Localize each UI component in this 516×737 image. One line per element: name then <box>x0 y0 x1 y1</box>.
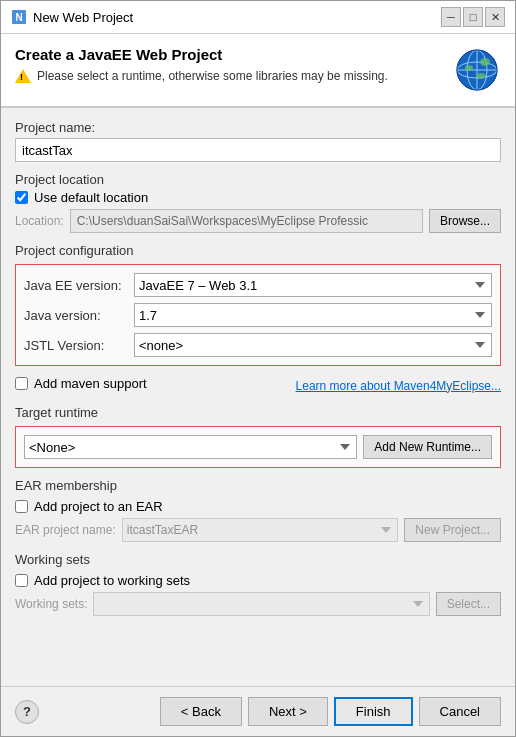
footer-buttons: < Back Next > Finish Cancel <box>160 697 501 726</box>
java-version-label: Java version: <box>24 308 134 323</box>
project-config-box: Java EE version: JavaEE 7 – Web 3.1 Java… <box>15 264 501 366</box>
svg-point-9 <box>465 65 473 71</box>
footer: ? < Back Next > Finish Cancel <box>1 686 515 736</box>
maximize-button[interactable]: □ <box>463 7 483 27</box>
runtime-select[interactable]: <None> <box>24 435 357 459</box>
project-name-group: Project name: <box>15 120 501 162</box>
help-button[interactable]: ? <box>15 700 39 724</box>
svg-text:N: N <box>15 12 22 23</box>
maven-support-label: Add maven support <box>34 376 147 391</box>
working-sets-select <box>93 592 429 616</box>
javaee-select[interactable]: JavaEE 7 – Web 3.1 <box>134 273 492 297</box>
ear-name-select: itcastTaxEAR <box>122 518 399 542</box>
working-sets-checkbox-row: Add project to working sets <box>15 573 501 588</box>
svg-point-8 <box>480 58 490 66</box>
location-input <box>70 209 423 233</box>
maven-row: Add maven support Learn more about Maven… <box>15 376 501 395</box>
project-location-label: Project location <box>15 172 501 187</box>
working-sets-inner: Working sets: Select... <box>15 592 501 616</box>
content: Project name: Project location Use defau… <box>1 108 515 686</box>
target-runtime-label: Target runtime <box>15 405 501 420</box>
ear-section: EAR membership Add project to an EAR EAR… <box>15 478 501 542</box>
add-to-ear-label: Add project to an EAR <box>34 499 163 514</box>
close-button[interactable]: ✕ <box>485 7 505 27</box>
working-sets-label: Working sets <box>15 552 501 567</box>
maven-link[interactable]: Learn more about Maven4MyEclipse... <box>296 379 501 393</box>
warning-icon <box>15 69 31 83</box>
header-title: Create a JavaEE Web Project <box>15 46 388 63</box>
cancel-button[interactable]: Cancel <box>419 697 501 726</box>
location-row: Location: Browse... <box>15 209 501 233</box>
header-left: Create a JavaEE Web Project Please selec… <box>15 46 388 83</box>
ear-checkbox-row: Add project to an EAR <box>15 499 501 514</box>
browse-button[interactable]: Browse... <box>429 209 501 233</box>
project-config-label: Project configuration <box>15 243 501 258</box>
javaee-label: Java EE version: <box>24 278 134 293</box>
add-to-ear-checkbox[interactable] <box>15 500 28 513</box>
javaee-row: Java EE version: JavaEE 7 – Web 3.1 <box>24 273 492 297</box>
finish-button[interactable]: Finish <box>334 697 413 726</box>
warning-text: Please select a runtime, otherwise some … <box>37 69 388 83</box>
location-label: Location: <box>15 214 64 228</box>
maven-support-checkbox[interactable] <box>15 377 28 390</box>
runtime-inner: <None> Add New Runtime... <box>24 435 492 459</box>
project-location-group: Project location Use default location Lo… <box>15 172 501 233</box>
dialog: N New Web Project ─ □ ✕ Create a JavaEE … <box>0 0 516 737</box>
runtime-box: <None> Add New Runtime... <box>15 426 501 468</box>
maven-checkbox-row: Add maven support <box>15 376 147 391</box>
title-bar-left: N New Web Project <box>11 9 133 25</box>
add-to-working-sets-checkbox[interactable] <box>15 574 28 587</box>
dialog-icon: N <box>11 9 27 25</box>
use-default-location-label: Use default location <box>34 190 148 205</box>
jstl-select[interactable]: <none> <box>134 333 492 357</box>
next-button[interactable]: Next > <box>248 697 328 726</box>
select-working-sets-button: Select... <box>436 592 501 616</box>
project-name-input[interactable] <box>15 138 501 162</box>
title-bar: N New Web Project ─ □ ✕ <box>1 1 515 34</box>
header-warning: Please select a runtime, otherwise some … <box>15 69 388 83</box>
svg-point-10 <box>476 73 486 79</box>
title-text: New Web Project <box>33 10 133 25</box>
jstl-label: JSTL Version: <box>24 338 134 353</box>
back-button[interactable]: < Back <box>160 697 242 726</box>
minimize-button[interactable]: ─ <box>441 7 461 27</box>
working-sets-field-label: Working sets: <box>15 597 87 611</box>
working-sets-section: Working sets Add project to working sets… <box>15 552 501 616</box>
jstl-row: JSTL Version: <none> <box>24 333 492 357</box>
ear-label: EAR membership <box>15 478 501 493</box>
add-runtime-button[interactable]: Add New Runtime... <box>363 435 492 459</box>
project-name-label: Project name: <box>15 120 501 135</box>
title-bar-controls: ─ □ ✕ <box>441 7 505 27</box>
use-default-location-checkbox[interactable] <box>15 191 28 204</box>
ear-name-label: EAR project name: <box>15 523 116 537</box>
header-section: Create a JavaEE Web Project Please selec… <box>1 34 515 108</box>
add-to-working-sets-label: Add project to working sets <box>34 573 190 588</box>
ear-name-row: EAR project name: itcastTaxEAR New Proje… <box>15 518 501 542</box>
java-version-row: Java version: 1.7 <box>24 303 492 327</box>
default-location-row: Use default location <box>15 190 501 205</box>
java-version-select[interactable]: 1.7 <box>134 303 492 327</box>
new-project-button: New Project... <box>404 518 501 542</box>
globe-icon <box>453 46 501 94</box>
